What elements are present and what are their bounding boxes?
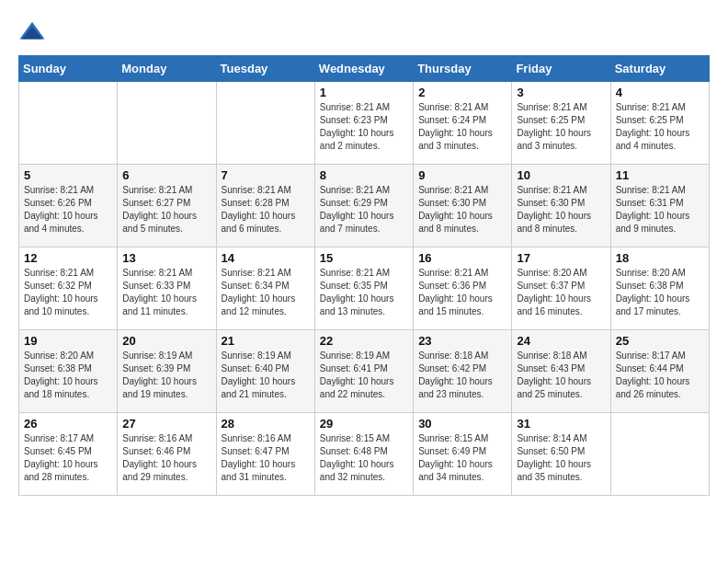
day-info: Sunrise: 8:21 AM Sunset: 6:23 PM Dayligh…: [320, 101, 408, 153]
day-number: 8: [320, 168, 408, 182]
day-number: 29: [320, 417, 408, 431]
calendar-cell: 18Sunrise: 8:20 AM Sunset: 6:38 PM Dayli…: [610, 247, 709, 330]
calendar-cell: 22Sunrise: 8:19 AM Sunset: 6:41 PM Dayli…: [314, 330, 413, 413]
calendar-cell: 8Sunrise: 8:21 AM Sunset: 6:29 PM Daylig…: [314, 165, 413, 247]
weekday-header-row: SundayMondayTuesdayWednesdayThursdayFrid…: [19, 56, 710, 82]
day-number: 11: [616, 168, 704, 182]
day-info: Sunrise: 8:21 AM Sunset: 6:28 PM Dayligh…: [222, 184, 310, 236]
calendar-week-row: 5Sunrise: 8:21 AM Sunset: 6:26 PM Daylig…: [19, 165, 710, 247]
day-info: Sunrise: 8:21 AM Sunset: 6:35 PM Dayligh…: [320, 267, 408, 318]
day-number: 21: [222, 334, 310, 348]
day-info: Sunrise: 8:20 AM Sunset: 6:38 PM Dayligh…: [24, 350, 112, 401]
calendar-week-row: 12Sunrise: 8:21 AM Sunset: 6:32 PM Dayli…: [19, 247, 710, 330]
calendar-cell: [610, 413, 709, 496]
calendar-cell: 15Sunrise: 8:21 AM Sunset: 6:35 PM Dayli…: [314, 247, 413, 330]
day-info: Sunrise: 8:21 AM Sunset: 6:29 PM Dayligh…: [320, 184, 408, 236]
calendar-cell: 27Sunrise: 8:16 AM Sunset: 6:46 PM Dayli…: [118, 413, 216, 496]
calendar-cell: 2Sunrise: 8:21 AM Sunset: 6:24 PM Daylig…: [414, 82, 512, 165]
day-number: 10: [517, 168, 605, 182]
logo: [18, 18, 50, 46]
day-info: Sunrise: 8:21 AM Sunset: 6:27 PM Dayligh…: [122, 184, 210, 236]
calendar-cell: 28Sunrise: 8:16 AM Sunset: 6:47 PM Dayli…: [216, 413, 314, 496]
day-info: Sunrise: 8:18 AM Sunset: 6:43 PM Dayligh…: [517, 350, 605, 401]
calendar-cell: 3Sunrise: 8:21 AM Sunset: 6:25 PM Daylig…: [512, 82, 610, 165]
calendar-cell: [216, 82, 314, 165]
calendar-cell: 19Sunrise: 8:20 AM Sunset: 6:38 PM Dayli…: [19, 330, 118, 413]
day-info: Sunrise: 8:15 AM Sunset: 6:49 PM Dayligh…: [418, 432, 506, 484]
calendar-cell: [118, 82, 216, 165]
day-number: 25: [616, 334, 704, 348]
calendar-cell: 9Sunrise: 8:21 AM Sunset: 6:30 PM Daylig…: [414, 165, 512, 247]
day-info: Sunrise: 8:21 AM Sunset: 6:33 PM Dayligh…: [122, 267, 210, 318]
day-info: Sunrise: 8:21 AM Sunset: 6:26 PM Dayligh…: [24, 184, 112, 236]
day-info: Sunrise: 8:21 AM Sunset: 6:25 PM Dayligh…: [616, 101, 704, 153]
weekday-header: Saturday: [610, 56, 709, 82]
day-number: 3: [517, 86, 605, 99]
day-info: Sunrise: 8:14 AM Sunset: 6:50 PM Dayligh…: [517, 432, 605, 484]
day-number: 9: [418, 168, 506, 182]
calendar-week-row: 1Sunrise: 8:21 AM Sunset: 6:23 PM Daylig…: [19, 82, 710, 165]
weekday-header: Sunday: [19, 56, 118, 82]
day-info: Sunrise: 8:21 AM Sunset: 6:30 PM Dayligh…: [517, 184, 605, 236]
calendar-cell: 20Sunrise: 8:19 AM Sunset: 6:39 PM Dayli…: [118, 330, 216, 413]
day-number: 1: [320, 86, 408, 99]
day-info: Sunrise: 8:16 AM Sunset: 6:46 PM Dayligh…: [122, 432, 210, 484]
calendar-cell: 6Sunrise: 8:21 AM Sunset: 6:27 PM Daylig…: [118, 165, 216, 247]
day-number: 4: [616, 86, 704, 99]
calendar-cell: 21Sunrise: 8:19 AM Sunset: 6:40 PM Dayli…: [216, 330, 314, 413]
weekday-header: Friday: [512, 56, 610, 82]
day-info: Sunrise: 8:20 AM Sunset: 6:38 PM Dayligh…: [616, 267, 704, 318]
calendar-cell: 23Sunrise: 8:18 AM Sunset: 6:42 PM Dayli…: [414, 330, 512, 413]
day-number: 22: [320, 334, 408, 348]
weekday-header: Monday: [118, 56, 216, 82]
calendar-table: SundayMondayTuesdayWednesdayThursdayFrid…: [18, 55, 710, 496]
day-info: Sunrise: 8:21 AM Sunset: 6:32 PM Dayligh…: [24, 267, 112, 318]
calendar-cell: 14Sunrise: 8:21 AM Sunset: 6:34 PM Dayli…: [216, 247, 314, 330]
day-number: 7: [222, 168, 310, 182]
day-number: 12: [24, 251, 112, 265]
day-info: Sunrise: 8:21 AM Sunset: 6:30 PM Dayligh…: [418, 184, 506, 236]
weekday-header: Wednesday: [314, 56, 413, 82]
calendar-cell: 12Sunrise: 8:21 AM Sunset: 6:32 PM Dayli…: [19, 247, 118, 330]
calendar-cell: 13Sunrise: 8:21 AM Sunset: 6:33 PM Dayli…: [118, 247, 216, 330]
calendar-cell: 4Sunrise: 8:21 AM Sunset: 6:25 PM Daylig…: [610, 82, 709, 165]
day-number: 19: [24, 334, 112, 348]
calendar-week-row: 26Sunrise: 8:17 AM Sunset: 6:45 PM Dayli…: [19, 413, 710, 496]
day-info: Sunrise: 8:16 AM Sunset: 6:47 PM Dayligh…: [222, 432, 310, 484]
calendar-cell: [19, 82, 118, 165]
day-number: 18: [616, 251, 704, 265]
calendar-cell: 17Sunrise: 8:20 AM Sunset: 6:37 PM Dayli…: [512, 247, 610, 330]
day-info: Sunrise: 8:21 AM Sunset: 6:31 PM Dayligh…: [616, 184, 704, 236]
calendar-cell: 30Sunrise: 8:15 AM Sunset: 6:49 PM Dayli…: [414, 413, 512, 496]
calendar-cell: 11Sunrise: 8:21 AM Sunset: 6:31 PM Dayli…: [610, 165, 709, 247]
day-number: 14: [222, 251, 310, 265]
day-number: 16: [418, 251, 506, 265]
day-info: Sunrise: 8:19 AM Sunset: 6:40 PM Dayligh…: [222, 350, 310, 401]
day-info: Sunrise: 8:19 AM Sunset: 6:39 PM Dayligh…: [122, 350, 210, 401]
day-number: 24: [517, 334, 605, 348]
calendar-cell: 5Sunrise: 8:21 AM Sunset: 6:26 PM Daylig…: [19, 165, 118, 247]
day-info: Sunrise: 8:21 AM Sunset: 6:24 PM Dayligh…: [418, 101, 506, 153]
day-number: 17: [517, 251, 605, 265]
calendar-cell: 31Sunrise: 8:14 AM Sunset: 6:50 PM Dayli…: [512, 413, 610, 496]
calendar-week-row: 19Sunrise: 8:20 AM Sunset: 6:38 PM Dayli…: [19, 330, 710, 413]
day-info: Sunrise: 8:17 AM Sunset: 6:44 PM Dayligh…: [616, 350, 704, 401]
day-number: 23: [418, 334, 506, 348]
calendar-cell: 10Sunrise: 8:21 AM Sunset: 6:30 PM Dayli…: [512, 165, 610, 247]
weekday-header: Thursday: [414, 56, 512, 82]
day-number: 13: [122, 251, 210, 265]
day-number: 26: [24, 417, 112, 431]
weekday-header: Tuesday: [216, 56, 314, 82]
day-info: Sunrise: 8:21 AM Sunset: 6:25 PM Dayligh…: [517, 101, 605, 153]
calendar-cell: 16Sunrise: 8:21 AM Sunset: 6:36 PM Dayli…: [414, 247, 512, 330]
day-number: 15: [320, 251, 408, 265]
day-info: Sunrise: 8:21 AM Sunset: 6:36 PM Dayligh…: [418, 267, 506, 318]
day-number: 28: [222, 417, 310, 431]
calendar-cell: 25Sunrise: 8:17 AM Sunset: 6:44 PM Dayli…: [610, 330, 709, 413]
day-number: 31: [517, 417, 605, 431]
day-info: Sunrise: 8:20 AM Sunset: 6:37 PM Dayligh…: [517, 267, 605, 318]
day-info: Sunrise: 8:15 AM Sunset: 6:48 PM Dayligh…: [320, 432, 408, 484]
calendar-cell: 29Sunrise: 8:15 AM Sunset: 6:48 PM Dayli…: [314, 413, 413, 496]
day-number: 27: [122, 417, 210, 431]
calendar-cell: 24Sunrise: 8:18 AM Sunset: 6:43 PM Dayli…: [512, 330, 610, 413]
